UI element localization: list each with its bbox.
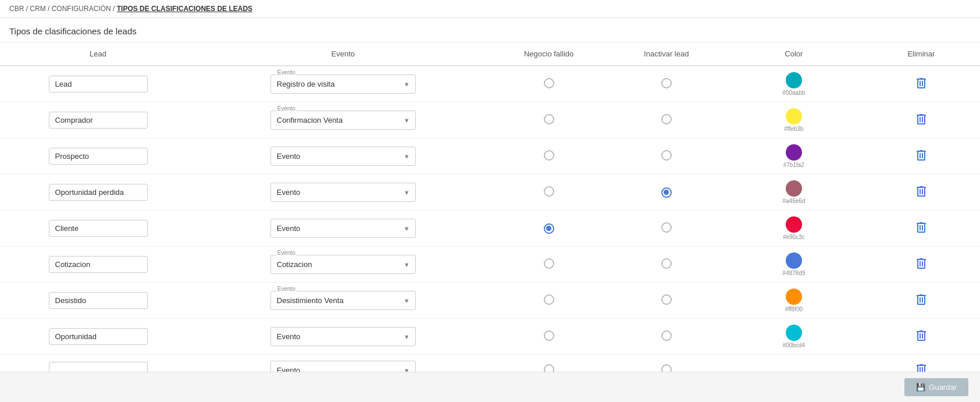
evento-select[interactable]: EventoEventoRegistro de visitaConfirmaci… <box>270 219 416 238</box>
delete-button[interactable] <box>914 328 928 346</box>
table-row: EventoEventoRegistro de visitaConfirmaci… <box>0 138 980 175</box>
color-circle[interactable] <box>786 325 802 341</box>
evento-select-wrapper: EventoEventoEventoRegistro de visitaConf… <box>270 111 416 130</box>
color-hex-label: #ff8f00 <box>785 306 803 312</box>
color-circle[interactable] <box>786 180 802 197</box>
negocio-fallido-cell <box>490 175 608 211</box>
evento-cell: EventoEventoRegistro de visitaConfirmaci… <box>196 319 490 355</box>
trash-icon <box>917 150 926 161</box>
delete-button[interactable] <box>914 256 928 273</box>
col-header-color: Color <box>725 42 863 66</box>
negocio-fallido-cell <box>490 211 608 247</box>
delete-button[interactable] <box>914 76 928 93</box>
trash-icon <box>917 186 926 197</box>
color-picker-container: #ffeb3b <box>735 108 853 132</box>
lead-input[interactable] <box>49 184 148 201</box>
delete-button[interactable] <box>914 148 928 165</box>
table-row: EventoEventoEventoRegistro de visitaConf… <box>0 283 980 319</box>
trash-icon <box>917 330 926 341</box>
negocio-fallido-radio[interactable] <box>544 330 554 341</box>
color-circle[interactable] <box>786 144 802 161</box>
color-picker-container: #a45e6d <box>735 180 853 204</box>
evento-select-wrapper: EventoEventoRegistro de visitaConfirmaci… <box>270 327 416 346</box>
evento-select-wrapper: EventoEventoEventoRegistro de visitaConf… <box>270 291 416 310</box>
color-hex-label: #a45e6d <box>782 198 805 204</box>
color-circle[interactable] <box>786 108 802 124</box>
eliminar-cell <box>863 211 980 247</box>
col-header-negocio: Negocio fallido <box>490 42 608 66</box>
trash-icon <box>917 114 926 124</box>
lead-cell <box>0 319 196 355</box>
negocio-fallido-radio[interactable] <box>544 223 554 234</box>
delete-button[interactable] <box>914 112 928 129</box>
evento-select[interactable]: EventoEventoRegistro de visitaConfirmaci… <box>270 291 416 310</box>
inactivar-lead-radio[interactable] <box>661 78 672 88</box>
lead-cell <box>0 211 196 247</box>
inactivar-lead-cell <box>608 175 725 211</box>
lead-input[interactable] <box>49 148 148 165</box>
evento-select[interactable]: EventoEventoRegistro de visitaConfirmaci… <box>270 255 416 274</box>
col-header-lead: Lead <box>0 42 196 66</box>
evento-select[interactable]: EventoEventoRegistro de visitaConfirmaci… <box>270 74 416 94</box>
breadcrumb-cbr[interactable]: CBR <box>9 5 24 13</box>
breadcrumb-active: TIPOS DE CLASIFICACIONES DE LEADS <box>117 5 252 13</box>
inactivar-lead-cell <box>608 102 725 138</box>
negocio-fallido-radio[interactable] <box>544 186 554 197</box>
negocio-fallido-radio[interactable] <box>544 78 554 88</box>
save-label: Guardar <box>929 383 957 392</box>
page-title: Tipos de clasificaciones de leads <box>0 18 980 42</box>
color-hex-label: #ffeb3b <box>784 126 803 132</box>
inactivar-lead-radio[interactable] <box>661 330 672 341</box>
breadcrumb-crm[interactable]: CRM <box>30 5 45 13</box>
delete-button[interactable] <box>914 220 928 237</box>
inactivar-lead-radio[interactable] <box>661 150 672 161</box>
lead-input[interactable] <box>49 292 148 309</box>
color-picker-container: #00aabb <box>735 72 853 96</box>
negocio-fallido-radio[interactable] <box>544 258 554 269</box>
negocio-fallido-radio[interactable] <box>544 294 554 305</box>
eliminar-cell <box>863 138 980 175</box>
table-row: EventoEventoEventoRegistro de visitaConf… <box>0 247 980 283</box>
evento-select[interactable]: EventoEventoRegistro de visitaConfirmaci… <box>270 111 416 130</box>
table-row: EventoEventoEventoRegistro de visitaConf… <box>0 102 980 138</box>
color-picker-container: #ff8f00 <box>735 289 853 312</box>
delete-button[interactable] <box>914 184 928 201</box>
color-cell: #4878d9 <box>725 247 863 283</box>
evento-cell: EventoEventoRegistro de visitaConfirmaci… <box>196 138 490 175</box>
lead-cell <box>0 138 196 175</box>
evento-select[interactable]: EventoEventoRegistro de visitaConfirmaci… <box>270 183 416 202</box>
evento-select[interactable]: EventoEventoRegistro de visitaConfirmaci… <box>270 147 416 166</box>
classifications-table: Lead Evento Negocio fallido Inactivar le… <box>0 42 980 386</box>
color-circle[interactable] <box>786 252 802 269</box>
footer-bar: 💾 Guardar <box>0 372 980 402</box>
lead-input[interactable] <box>49 328 148 345</box>
negocio-fallido-radio[interactable] <box>544 150 554 161</box>
color-cell: #e90c3c <box>725 211 863 247</box>
inactivar-lead-radio[interactable] <box>661 258 672 269</box>
trash-icon <box>917 78 926 88</box>
breadcrumb: CBR / CRM / CONFIGURACIÓN / TIPOS DE CLA… <box>0 0 980 18</box>
color-circle[interactable] <box>786 216 802 233</box>
color-circle[interactable] <box>786 72 802 88</box>
lead-input[interactable] <box>49 76 148 93</box>
save-icon: 💾 <box>916 383 925 392</box>
lead-cell <box>0 283 196 319</box>
negocio-fallido-radio[interactable] <box>544 114 554 124</box>
lead-input[interactable] <box>49 112 148 129</box>
inactivar-lead-radio[interactable] <box>661 294 672 305</box>
color-circle[interactable] <box>786 289 802 305</box>
evento-cell: EventoEventoRegistro de visitaConfirmaci… <box>196 175 490 211</box>
evento-select[interactable]: EventoEventoRegistro de visitaConfirmaci… <box>270 327 416 346</box>
inactivar-lead-radio[interactable] <box>661 114 672 124</box>
save-button[interactable]: 💾 Guardar <box>904 378 968 396</box>
inactivar-lead-radio[interactable] <box>661 222 672 233</box>
breadcrumb-configuracion[interactable]: CONFIGURACIÓN <box>52 5 111 13</box>
table-row: EventoEventoRegistro de visitaConfirmaci… <box>0 211 980 247</box>
lead-input[interactable] <box>49 220 148 237</box>
inactivar-lead-radio[interactable] <box>661 187 672 198</box>
table-row: EventoEventoRegistro de visitaConfirmaci… <box>0 319 980 355</box>
col-header-evento: Evento <box>196 42 490 66</box>
lead-input[interactable] <box>49 256 148 273</box>
inactivar-lead-cell <box>608 66 725 102</box>
delete-button[interactable] <box>914 292 928 309</box>
